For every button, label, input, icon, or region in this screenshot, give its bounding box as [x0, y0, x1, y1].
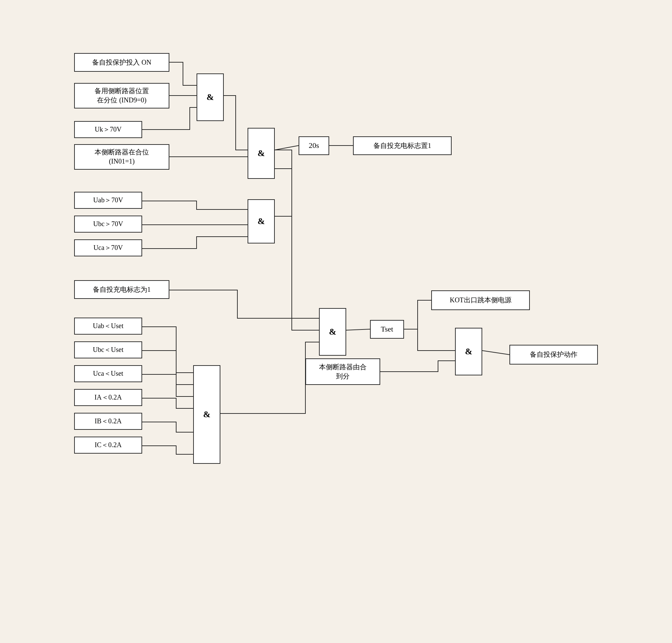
input-backup-breaker-pos: 备用侧断路器位置在分位 (IND9=0) — [74, 83, 169, 108]
output-charge-flag: 备自投充电标志置1 — [353, 136, 452, 155]
input-ib-0.2a: IB＜0.2A — [74, 413, 142, 430]
input-ic-0.2a: IC＜0.2A — [74, 437, 142, 453]
gate-and-2: & — [248, 199, 275, 243]
svg-line-2 — [346, 329, 370, 330]
input-uab-uset: Uab＜Uset — [74, 318, 142, 335]
gate-and-5: & — [455, 328, 482, 375]
gate-and-3: & — [248, 128, 275, 179]
input-ubc-uset: Ubc＜Uset — [74, 341, 142, 359]
input-uab-70v: Uab＞70V — [74, 192, 142, 209]
input-ubc-70v: Ubc＞70V — [74, 216, 142, 233]
input-uk-70v: Uk＞70V — [74, 121, 142, 138]
timer-20s: 20s — [299, 136, 329, 155]
gate-and-1: & — [196, 73, 224, 121]
gate-and-bottom: & — [193, 365, 220, 464]
svg-line-3 — [482, 351, 509, 355]
cb-trip-signal: 本侧断路器由合到分 — [305, 359, 380, 385]
input-this-side-breaker: 本侧断路器在合位(IN01=1) — [74, 144, 169, 170]
gate-and-4: & — [319, 308, 346, 356]
input-backup-protection: 备自投保护投入 ON — [74, 53, 169, 72]
input-uca-70v: Uca＞70V — [74, 239, 142, 256]
timer-tset: Tset — [370, 320, 404, 339]
svg-line-0 — [275, 146, 299, 150]
output-kot: KOT出口跳本侧电源 — [431, 290, 530, 310]
input-ia-0.2a: IA＜0.2A — [74, 389, 142, 406]
input-charge-flag-1: 备自投充电标志为1 — [74, 280, 169, 299]
output-protection-action: 备自投保护动作 — [509, 345, 598, 364]
logic-diagram: 备自投保护投入 ON 备用侧断路器位置在分位 (IND9=0) Uk＞70V 本… — [47, 33, 625, 611]
input-uca-uset: Uca＜Uset — [74, 365, 142, 382]
